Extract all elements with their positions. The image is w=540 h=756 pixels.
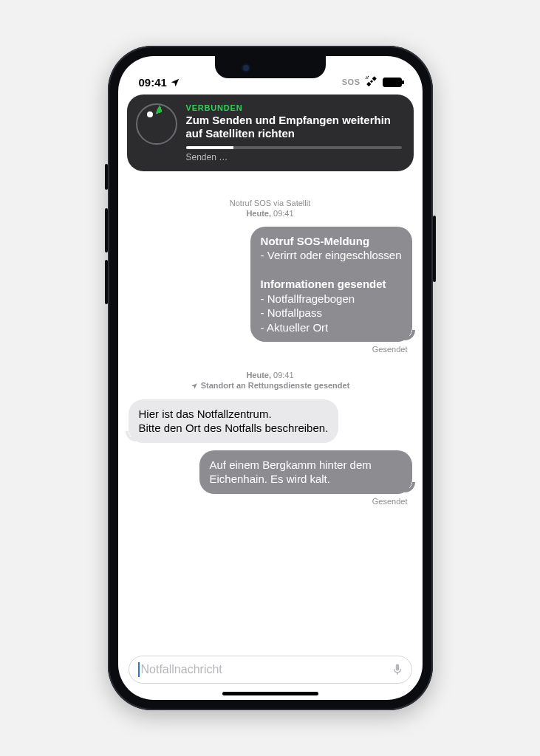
svg-rect-0	[366, 82, 371, 86]
sep-time: 09:41	[273, 371, 294, 379]
msg1-line3: - Notfallpass	[261, 306, 402, 320]
msg1-receipt: Gesendet	[129, 343, 412, 362]
volume-up	[105, 208, 108, 252]
location-icon	[170, 78, 180, 88]
banner-message: Zum Senden und Empfangen weiterhin auf S…	[186, 114, 402, 140]
phone-frame: 09:41 SOS VERBUNDEN Zum Senden und Empfa…	[108, 46, 433, 710]
banner-status: VERBUNDEN	[186, 103, 402, 112]
msg1-line1: - Verirrt oder eingeschlossen	[261, 248, 402, 263]
sep-day: Heute,	[246, 371, 271, 379]
reply-receipt: Gesendet	[129, 495, 412, 515]
thread-day: Heute,	[246, 209, 271, 218]
mic-icon[interactable]	[391, 662, 404, 678]
thread-header: Notruf SOS via Satellit Heute, 09:41	[129, 198, 412, 219]
power-button	[433, 216, 436, 282]
msg1-line4: - Aktueller Ort	[261, 320, 402, 335]
screen: 09:41 SOS VERBUNDEN Zum Senden und Empfa…	[118, 56, 423, 700]
message-input[interactable]: Notfallnachricht	[129, 656, 412, 684]
msg1-title2: Informationen gesendet	[261, 277, 402, 292]
reply-text: Auf einem Bergkamm hinter dem Eichenhain…	[199, 450, 412, 494]
mute-switch	[105, 164, 108, 190]
text-cursor	[138, 662, 140, 677]
status-time: 09:41	[139, 76, 167, 89]
banner-sending-label: Senden …	[186, 152, 402, 162]
input-bar: Notfallnachricht	[118, 650, 423, 690]
volume-down	[105, 260, 108, 304]
incoming-message[interactable]: Hier ist das Notfallzentrum. Bitte den O…	[129, 399, 412, 443]
msg1-title1: Notruf SOS-Meldung	[261, 234, 402, 249]
thread-title: Notruf SOS via Satellit	[129, 198, 412, 208]
connection-banner[interactable]: VERBUNDEN Zum Senden und Empfangen weite…	[127, 94, 414, 171]
message-thread[interactable]: Notruf SOS via Satellit Heute, 09:41 Not…	[118, 198, 423, 648]
incoming-text: Hier ist das Notfallzentrum. Bitte den O…	[129, 399, 339, 443]
notch	[215, 56, 326, 78]
outgoing-reply[interactable]: Auf einem Bergkamm hinter dem Eichenhain…	[129, 450, 412, 494]
status-sos: SOS	[342, 78, 360, 86]
location-arrow-icon	[191, 382, 198, 390]
svg-point-6	[367, 78, 369, 79]
outgoing-message[interactable]: Notruf SOS-Meldung - Verirrt oder einges…	[129, 227, 412, 343]
battery-icon	[383, 78, 402, 87]
svg-point-5	[365, 78, 366, 80]
location-separator: Heute, 09:41 Standort an Rettungsdienste…	[129, 370, 412, 392]
input-placeholder: Notfallnachricht	[141, 663, 222, 676]
svg-rect-2	[369, 80, 372, 83]
send-progress	[186, 146, 402, 149]
satellite-radar-icon	[136, 103, 177, 145]
svg-rect-1	[372, 76, 376, 80]
svg-point-3	[366, 77, 367, 78]
thread-time: 09:41	[273, 209, 294, 218]
home-indicator[interactable]	[222, 692, 318, 695]
msg1-line2: - Notfallfragebogen	[261, 292, 402, 306]
sep-note: Standort an Rettungsdienste gesendet	[201, 380, 350, 391]
svg-point-4	[367, 76, 369, 78]
satellite-icon	[365, 75, 378, 89]
